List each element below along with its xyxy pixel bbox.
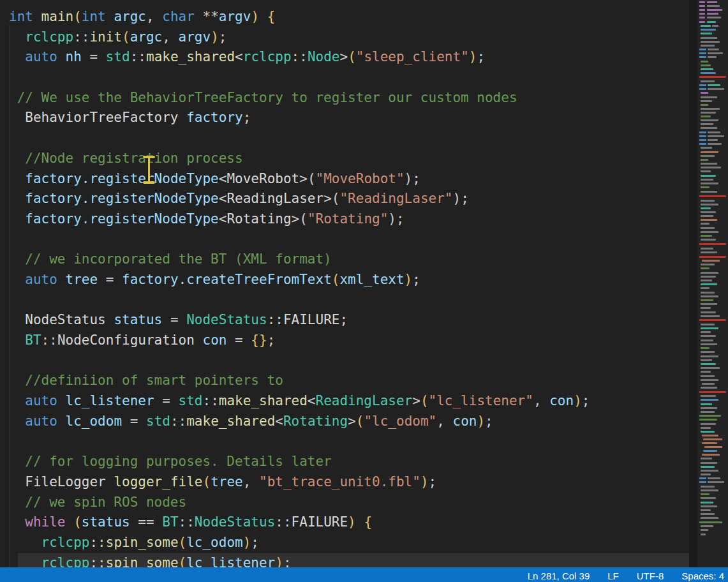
- code-token: rclcpp: [41, 555, 90, 567]
- minimap-mark: [701, 227, 715, 229]
- code-token: std: [179, 393, 203, 408]
- code-line[interactable]: while (status == BT::NodeStatus::FAILURE…: [0, 512, 689, 533]
- code-line[interactable]: auto nh = std::make_shared<rclcpp::Node>…: [0, 47, 689, 68]
- minimap-mark: [701, 497, 716, 499]
- code-line[interactable]: // we incorporated the BT (XML format): [0, 250, 689, 270]
- code-line[interactable]: // for logging purposes. Details later: [0, 452, 689, 472]
- code-line[interactable]: rclcpp::spin_some(lc_listener);: [0, 553, 689, 567]
- minimap-mark: [701, 175, 716, 177]
- code-line[interactable]: // we spin ROS nodes: [0, 493, 689, 513]
- code-token: [9, 535, 41, 550]
- minimap-mark: [699, 243, 726, 245]
- code-line[interactable]: [0, 68, 689, 88]
- code-area[interactable]: int main(int argc, char **argv) { rclcpp…: [0, 0, 689, 567]
- code-line[interactable]: auto lc_odom = std::make_shared<Rotating…: [0, 412, 689, 432]
- code-line[interactable]: rclcpp::init(argc, argv);: [0, 27, 689, 48]
- code-line[interactable]: int main(int argc, char **argv) {: [0, 7, 689, 27]
- code-token: BT: [162, 514, 178, 530]
- code-token: ): [477, 414, 485, 429]
- code-token: ,: [243, 474, 259, 489]
- minimap-mark: [699, 139, 706, 141]
- minimap-mark: [701, 399, 718, 401]
- minimap-mark: [701, 493, 709, 495]
- code-token: NodeStatus: [186, 312, 267, 327]
- minimap-mark: [701, 29, 716, 31]
- status-encoding[interactable]: UTF-8: [637, 571, 664, 581]
- code-line[interactable]: rclcpp::spin_some(lc_odom);: [0, 533, 689, 553]
- status-cursor-position[interactable]: Ln 281, Col 39: [528, 571, 590, 581]
- code-line[interactable]: [0, 351, 689, 371]
- code-token: {: [267, 9, 276, 24]
- minimap-mark: [699, 48, 706, 50]
- code-line[interactable]: factory.registerNodeType<ReadingLaser>("…: [0, 189, 689, 209]
- code-line[interactable]: // We use the BehaviorTreeFactory to reg…: [0, 88, 689, 108]
- code-token: ): [469, 49, 477, 64]
- code-line[interactable]: BehaviorTreeFactory factory;: [0, 108, 689, 128]
- minimap-mark: [701, 371, 711, 373]
- code-token: argv: [179, 29, 211, 45]
- minimap-mark: [701, 517, 718, 519]
- code-line[interactable]: factory.registerNodeType<MoveRobot>("Mov…: [0, 169, 689, 190]
- code-token: [356, 514, 364, 530]
- code-token: <: [219, 171, 227, 186]
- code-line[interactable]: [0, 431, 689, 452]
- code-line[interactable]: auto tree = factory.createTreeFromText(x…: [0, 270, 689, 290]
- status-indentation[interactable]: Spaces: 4: [681, 571, 724, 581]
- code-token: main: [41, 9, 74, 24]
- code-token: ;: [412, 272, 420, 287]
- code-line[interactable]: factory.registerNodeType<Rotating>("Rota…: [0, 209, 689, 230]
- code-token: ): [452, 191, 461, 206]
- code-token: =: [162, 312, 186, 327]
- code-token: <: [219, 211, 227, 227]
- code-token: ;: [582, 393, 590, 408]
- minimap-mark: [703, 450, 717, 452]
- code-token: [66, 514, 74, 530]
- minimap-mark: [699, 84, 706, 86]
- minimap-mark: [701, 331, 711, 333]
- minimap-mark: [708, 88, 724, 90]
- minimap-mark: [699, 256, 726, 258]
- code-token: MoveRobot: [227, 171, 299, 186]
- code-token: registerNodeType: [89, 191, 218, 206]
- code-line[interactable]: [0, 290, 689, 311]
- code-token: con: [453, 414, 477, 429]
- minimap-mark: [702, 454, 720, 456]
- minimap[interactable]: [697, 0, 728, 567]
- status-eol-sequence[interactable]: LF: [607, 571, 619, 581]
- code-token: ::: [73, 29, 89, 45]
- code-token: .: [82, 191, 90, 206]
- minimap-mark: [701, 183, 718, 184]
- minimap-mark: [701, 215, 713, 217]
- code-token: "lc_listener": [429, 393, 533, 408]
- minimap-mark: [708, 135, 724, 137]
- code-token: [9, 474, 25, 489]
- code-line[interactable]: //Node registration process: [0, 149, 689, 169]
- code-token: [9, 454, 25, 469]
- code-line[interactable]: [0, 230, 689, 250]
- code-token: NodeConfiguration: [57, 332, 195, 348]
- minimap-mark: [701, 280, 712, 281]
- code-line[interactable]: [0, 128, 689, 149]
- minimap-mark: [701, 267, 709, 269]
- code-token: ReadingLaser: [316, 393, 413, 408]
- code-token: ::: [41, 332, 57, 348]
- code-token: (: [179, 555, 187, 567]
- code-token: .: [82, 171, 90, 186]
- code-token: auto: [25, 49, 57, 64]
- code-line[interactable]: FileLogger logger_file(tree, "bt_trace_u…: [0, 472, 689, 493]
- code-token: ): [405, 171, 413, 186]
- code-token: "Rotating": [308, 211, 388, 227]
- minimap-mark: [699, 415, 721, 417]
- code-token: ): [243, 535, 251, 550]
- minimap-mark: [701, 223, 709, 225]
- code-line[interactable]: //definiion of smart pointers to: [0, 371, 689, 391]
- code-line[interactable]: BT::NodeConfiguration con = {};: [0, 331, 689, 351]
- code-token: ;: [429, 474, 437, 489]
- code-token: =: [82, 49, 106, 64]
- code-line[interactable]: NodeStatus status = NodeStatus::FAILURE;: [0, 310, 689, 331]
- code-token: (: [308, 171, 316, 186]
- minimap-mark: [701, 191, 717, 193]
- code-line[interactable]: auto lc_listener = std::make_shared<Read…: [0, 391, 689, 412]
- minimap-mark: [701, 37, 717, 39]
- minimap-mark: [702, 383, 715, 385]
